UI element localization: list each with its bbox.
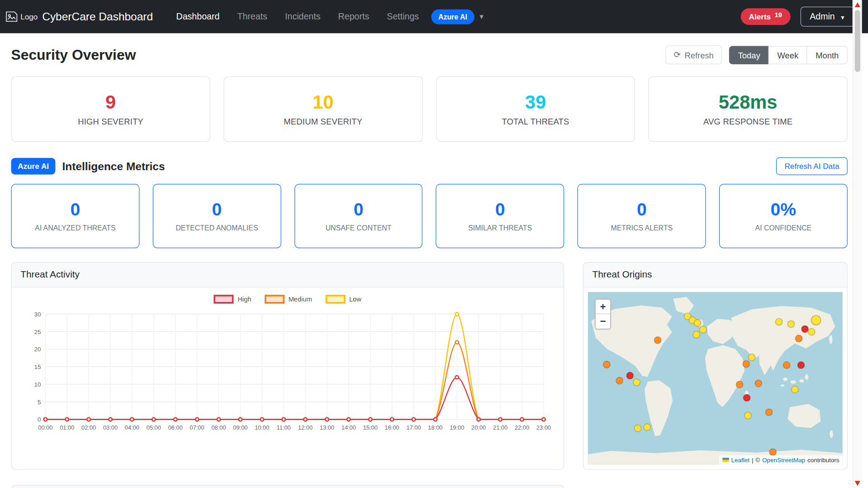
attribution-separator: | xyxy=(752,456,753,463)
ai-section-header: Azure AI Intelligence Metrics Refresh AI… xyxy=(11,158,847,175)
threat-marker-yellow[interactable] xyxy=(644,424,651,431)
nav-item-reports[interactable]: Reports xyxy=(329,7,378,26)
ai-metric-value: 0 xyxy=(495,200,505,220)
threat-marker-yellow[interactable] xyxy=(694,320,701,327)
nav-item-threats[interactable]: Threats xyxy=(228,7,276,26)
threat-marker-orange[interactable] xyxy=(769,449,777,456)
chevron-down-icon[interactable]: ▼ xyxy=(478,13,485,20)
threat-activity-chart: 05101520253000:0001:0002:0003:0004:0005:… xyxy=(20,309,555,443)
refresh-label: Refresh xyxy=(685,50,714,60)
app-root: Logo CyberCare Dashboard DashboardThreat… xyxy=(0,0,868,488)
logo-alt-text: Logo xyxy=(20,12,38,21)
svg-text:14:00: 14:00 xyxy=(342,424,356,431)
nav-links: DashboardThreatsIncidentsReportsSettings xyxy=(167,7,428,26)
page-title: Security Overview xyxy=(11,46,136,63)
scrollbar-thumb[interactable] xyxy=(855,10,860,72)
nav-item-incidents[interactable]: Incidents xyxy=(276,7,329,26)
threat-marker-red[interactable] xyxy=(743,394,750,402)
azure-ai-nav-badge[interactable]: Azure AI xyxy=(431,9,474,24)
stat-value: 9 xyxy=(105,92,116,113)
threat-marker-red[interactable] xyxy=(801,325,808,332)
range-today-button[interactable]: Today xyxy=(729,46,769,64)
page-scrollbar[interactable] xyxy=(853,0,862,488)
stat-value: 528ms xyxy=(719,92,778,113)
threat-marker-orange[interactable] xyxy=(765,409,773,416)
legend-swatch xyxy=(325,295,345,304)
threat-marker-orange[interactable] xyxy=(616,377,623,384)
ai-metric-value: 0% xyxy=(771,200,797,220)
threat-marker-yellow[interactable] xyxy=(748,354,755,361)
threat-marker-yellow[interactable] xyxy=(699,326,707,334)
caret-down-icon: ▼ xyxy=(840,14,845,20)
ai-card-metrics-alerts: 0METRICS ALERTS xyxy=(578,184,706,248)
svg-text:30: 30 xyxy=(34,311,41,318)
map-zoom-in-button[interactable]: + xyxy=(596,300,610,314)
legend-item-low[interactable]: Low xyxy=(325,295,361,304)
threat-marker-orange[interactable] xyxy=(736,381,743,388)
legend-label: Medium xyxy=(289,295,312,303)
svg-text:06:00: 06:00 xyxy=(168,424,183,431)
threat-marker-yellow[interactable] xyxy=(693,331,700,338)
ai-metrics-row: 0AI ANALYZED THREATS0DETECTED ANOMALIES0… xyxy=(11,184,847,248)
threat-marker-orange[interactable] xyxy=(755,379,762,387)
threat-marker-orange[interactable] xyxy=(783,362,790,369)
ai-card-similar-threats: 0SIMILAR THREATS xyxy=(436,184,564,248)
svg-text:0: 0 xyxy=(38,416,41,423)
threat-marker-yellow[interactable] xyxy=(787,320,795,327)
threat-marker-yellow[interactable] xyxy=(792,386,799,393)
legend-label: Low xyxy=(349,295,361,303)
threat-marker-yellow[interactable] xyxy=(808,328,816,335)
alerts-button[interactable]: Alerts 19 xyxy=(740,8,790,25)
scrollbar-down-arrow[interactable] xyxy=(855,481,860,486)
threat-marker-orange[interactable] xyxy=(795,335,802,342)
threat-marker-red[interactable] xyxy=(626,372,634,379)
threat-marker-orange[interactable] xyxy=(654,336,661,344)
admin-menu-button[interactable]: Admin ▼ xyxy=(800,7,854,27)
svg-text:25: 25 xyxy=(34,329,41,335)
threat-marker-yellow[interactable] xyxy=(811,316,821,325)
refresh-ai-data-button[interactable]: Refresh AI Data xyxy=(776,158,848,175)
navbar-brand[interactable]: CyberCare Dashboard xyxy=(42,10,153,23)
threat-marker-yellow[interactable] xyxy=(775,319,782,326)
svg-text:08:00: 08:00 xyxy=(211,424,226,431)
threat-marker-red[interactable] xyxy=(797,362,805,369)
stat-value: 10 xyxy=(313,92,333,113)
svg-text:04:00: 04:00 xyxy=(125,424,139,431)
threat-marker-orange[interactable] xyxy=(742,361,749,368)
svg-text:17:00: 17:00 xyxy=(406,424,421,431)
world-map-graphic xyxy=(588,292,843,464)
legend-swatch xyxy=(265,295,285,304)
map-zoom-out-button[interactable]: − xyxy=(596,314,610,329)
scrollbar-up-arrow[interactable] xyxy=(855,2,860,7)
ai-metric-label: UNSAFE CONTENT xyxy=(326,224,392,232)
legend-item-medium[interactable]: Medium xyxy=(265,295,312,304)
svg-text:15: 15 xyxy=(34,364,41,370)
range-month-button[interactable]: Month xyxy=(807,46,848,64)
range-week-button[interactable]: Week xyxy=(768,46,807,64)
threat-marker-yellow[interactable] xyxy=(633,378,640,386)
ai-metric-label: DETECTED ANOMALIES xyxy=(175,224,258,232)
nav-item-dashboard[interactable]: Dashboard xyxy=(167,7,228,26)
azure-ai-section-badge: Azure AI xyxy=(11,158,55,175)
threat-marker-orange[interactable] xyxy=(603,361,610,368)
ai-metric-value: 0 xyxy=(637,200,647,220)
stat-label: MEDIUM SEVERITY xyxy=(284,117,362,126)
leaflet-link[interactable]: Leaflet xyxy=(731,456,749,463)
svg-text:22:00: 22:00 xyxy=(515,424,529,431)
stat-value: 39 xyxy=(525,92,546,113)
threat-origins-map[interactable]: + − Leaflet | © OpenStreetMap contributo… xyxy=(588,292,843,464)
ai-metric-value: 0 xyxy=(70,200,80,220)
alerts-label: Alerts xyxy=(749,12,771,21)
svg-text:18:00: 18:00 xyxy=(428,424,442,431)
threat-activity-card: Threat Activity HighMediumLow 0510152025… xyxy=(11,262,564,470)
nav-item-settings[interactable]: Settings xyxy=(378,7,428,26)
main-content: Security Overview ⟳ Refresh TodayWeekMon… xyxy=(0,45,868,488)
openstreetmap-link[interactable]: OpenStreetMap xyxy=(762,456,805,463)
threat-marker-yellow[interactable] xyxy=(744,412,751,419)
refresh-button[interactable]: ⟳ Refresh xyxy=(665,45,722,64)
threat-origins-card: Threat Origins xyxy=(583,262,848,470)
legend-item-high[interactable]: High xyxy=(214,295,251,304)
svg-text:10: 10 xyxy=(34,381,41,388)
threat-marker-yellow[interactable] xyxy=(634,425,641,432)
svg-text:07:00: 07:00 xyxy=(190,424,204,431)
